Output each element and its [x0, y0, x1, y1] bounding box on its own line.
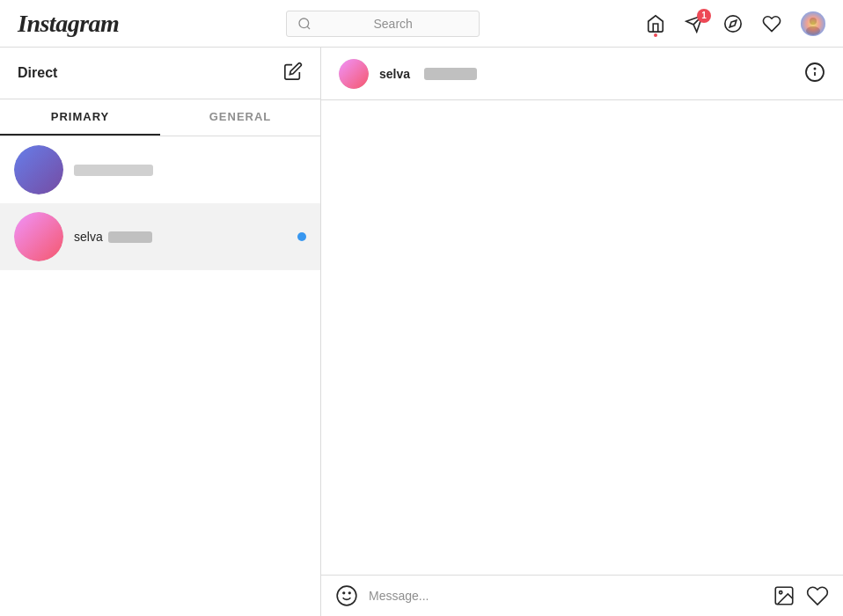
- message-input[interactable]: [369, 589, 762, 603]
- tab-primary[interactable]: PRIMARY: [0, 99, 160, 136]
- conv-info: [74, 165, 306, 176]
- sidebar-title: Direct: [18, 65, 57, 81]
- compose-button[interactable]: [283, 62, 303, 84]
- emoji-button[interactable]: [335, 584, 358, 607]
- chat-area: selva: [321, 48, 843, 616]
- heart-nav-button[interactable]: [762, 14, 781, 33]
- conv-name: selva: [74, 230, 103, 244]
- compose-icon: [283, 62, 303, 81]
- media-button[interactable]: [773, 584, 795, 607]
- avatar: [14, 145, 63, 194]
- info-icon: [804, 62, 825, 83]
- media-icon: [773, 584, 795, 607]
- heart-icon: [762, 14, 781, 33]
- svg-line-1: [307, 26, 310, 29]
- tab-general[interactable]: GENERAL: [160, 99, 320, 136]
- home-dot: [654, 33, 657, 37]
- home-icon: [646, 14, 665, 33]
- sidebar-header: Direct: [0, 48, 320, 99]
- sidebar: Direct PRIMARY GENERAL: [0, 48, 321, 616]
- chat-avatar: [339, 59, 369, 89]
- tabs: PRIMARY GENERAL: [0, 99, 320, 136]
- like-button[interactable]: [806, 584, 829, 607]
- emoji-icon: [335, 584, 358, 607]
- chat-header: selva: [321, 48, 843, 100]
- svg-point-11: [337, 586, 356, 605]
- profile-nav-button[interactable]: [801, 11, 825, 36]
- svg-point-0: [299, 18, 309, 28]
- like-icon: [806, 584, 829, 607]
- compass-icon: [723, 14, 743, 33]
- activity-badge: 1: [697, 9, 711, 23]
- conversation-item-selva[interactable]: selva: [0, 203, 320, 270]
- nav-icons: 1: [646, 11, 825, 36]
- chat-input-bar: [321, 575, 843, 616]
- conv-info: selva: [74, 230, 287, 244]
- svg-point-7: [801, 11, 825, 36]
- home-nav-button[interactable]: [646, 14, 665, 33]
- svg-point-2: [725, 15, 741, 31]
- conversation-list: selva: [0, 136, 320, 616]
- unread-dot: [297, 232, 306, 241]
- svg-marker-3: [729, 20, 737, 27]
- search-bar[interactable]: [286, 11, 480, 37]
- chat-messages: [321, 100, 843, 575]
- chat-username-blurred: [424, 68, 477, 80]
- conversation-item[interactable]: [0, 136, 320, 203]
- main-content: Direct PRIMARY GENERAL: [0, 48, 843, 616]
- search-icon: [297, 17, 312, 31]
- avatar: [14, 212, 63, 261]
- instagram-logo[interactable]: Instagram: [18, 10, 119, 38]
- activity-nav-button[interactable]: 1: [685, 14, 704, 33]
- svg-point-15: [780, 591, 782, 594]
- chat-user-info: selva: [339, 59, 477, 89]
- conv-name-blurred-suffix: [108, 231, 152, 243]
- conv-name-blurred: [74, 165, 153, 176]
- chat-username[interactable]: selva: [379, 67, 410, 81]
- top-nav: Instagram 1: [0, 0, 843, 48]
- compass-nav-button[interactable]: [723, 14, 743, 33]
- search-input[interactable]: [319, 17, 468, 31]
- chat-info-button[interactable]: [804, 62, 825, 86]
- profile-icon: [801, 11, 825, 36]
